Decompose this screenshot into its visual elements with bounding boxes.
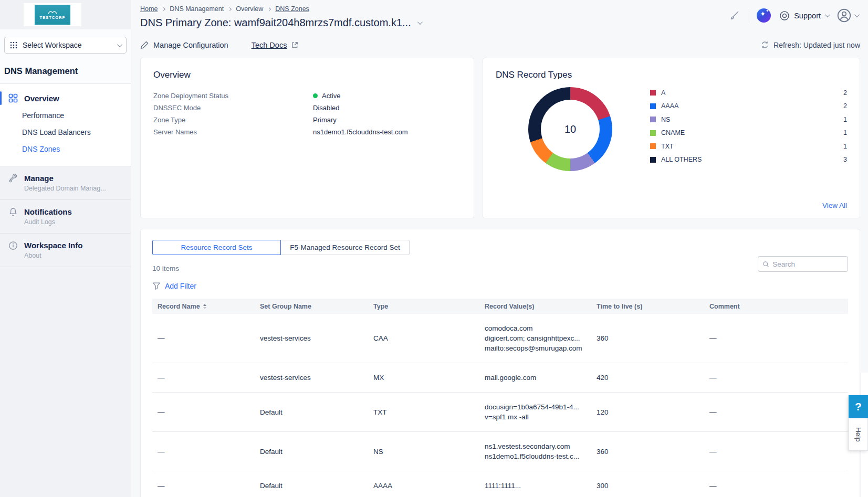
sidebar-item-workspace-info[interactable]: Workspace Info About: [0, 233, 131, 267]
overview-row-value-text: Primary: [313, 116, 337, 124]
comment-cell: —: [704, 471, 848, 497]
sidebar-item-sub: Delegated Domain Manag...: [24, 185, 106, 192]
breadcrumb-item[interactable]: DNS Management: [170, 5, 224, 13]
overview-rows: Zone Deployment StatusActiveDNSSEC ModeD…: [153, 90, 461, 138]
view-all-link[interactable]: View All: [822, 202, 847, 209]
tech-docs-link[interactable]: Tech Docs: [252, 41, 299, 49]
column-header[interactable]: Comment: [704, 303, 848, 310]
donut-chart[interactable]: 10: [528, 87, 612, 171]
column-header[interactable]: Set Group Name: [255, 303, 368, 310]
overview-row-label: Server Names: [153, 128, 313, 136]
table-row[interactable]: —DefaultNSns1.vestest.secondary.comns1de…: [152, 432, 848, 471]
manage-configuration-button[interactable]: Manage Configuration: [140, 40, 228, 49]
sidebar-item-overview[interactable]: Overview: [0, 89, 131, 107]
tab-f5-managed-resource-record-set[interactable]: F5-Managed Resource Record Set: [281, 240, 410, 255]
overview-row-label: DNSSEC Mode: [153, 104, 313, 112]
title-chevron-down-icon[interactable]: [417, 19, 423, 25]
help-question-button[interactable]: ?: [849, 395, 868, 418]
tech-docs-label: Tech Docs: [252, 41, 287, 49]
table-row[interactable]: —vestest-servicesMXmail.google.com420—: [152, 363, 848, 393]
overview-grid-icon: [8, 93, 18, 103]
type-cell: CAA: [368, 324, 479, 353]
overview-row-value-text: Disabled: [313, 104, 340, 112]
overview-row-label: Zone Deployment Status: [153, 92, 313, 100]
column-header[interactable]: Record Value(s): [479, 303, 591, 310]
sidebar-item-dns-load-balancers[interactable]: DNS Load Balancers: [0, 124, 131, 141]
support-menu[interactable]: Support: [779, 10, 829, 21]
table-row[interactable]: —vestest-servicesCAAcomodoca.comdigicert…: [152, 314, 848, 363]
sidebar: TESTCORP Select Workspace DNS Management: [0, 0, 131, 497]
type-cell: AAAA: [368, 471, 479, 497]
legend-swatch: [650, 90, 656, 96]
table-body: —vestest-servicesCAAcomodoca.comdigicert…: [152, 314, 848, 497]
sidebar-item-performance[interactable]: Performance: [0, 107, 131, 124]
page-title-row: DNS Primary Zone: wamf9ait204h8mrzs7mdf.…: [140, 17, 421, 29]
record-value-line: ns1demo1.f5clouddns-test.c...: [485, 451, 589, 461]
breadcrumb: HomeDNS ManagementOverviewDNS Zones: [140, 4, 421, 13]
paintbrush-icon[interactable]: [729, 10, 739, 21]
sidebar-item-notifications[interactable]: Notifications Audit Logs: [0, 199, 131, 233]
column-header[interactable]: Type: [368, 303, 479, 310]
table-row[interactable]: —DefaultTXTdocusign=1b0a6754-49b1-4...v=…: [152, 393, 848, 432]
legend-count: 2: [843, 102, 847, 110]
sidebar-item-sub: About: [24, 252, 82, 259]
tab-resource-record-sets[interactable]: Resource Record Sets: [152, 240, 281, 255]
records-table: Record NameSet Group NameTypeRecord Valu…: [152, 299, 848, 497]
dns-record-types-card: DNS Record Types 10 A2AAAA2NS1CNAME1TXT1…: [483, 58, 860, 218]
add-filter-label: Add Filter: [165, 282, 196, 290]
legend-label: CNAME: [661, 129, 843, 136]
help-tab[interactable]: Help: [849, 418, 868, 451]
filter-funnel-icon: [152, 282, 161, 290]
record-value-line: ns1.vestest.secondary.com: [485, 441, 589, 451]
legend-count: 3: [843, 156, 847, 163]
set-group-cell: vestest-services: [255, 324, 368, 353]
active-indicator-bar: [0, 91, 2, 105]
account-menu[interactable]: [837, 8, 858, 23]
overview-card: Overview Zone Deployment StatusActiveDNS…: [140, 58, 474, 218]
sidebar-group-overview: Overview PerformanceDNS Load BalancersDN…: [0, 83, 131, 166]
refresh-icon: [760, 40, 769, 49]
legend-row[interactable]: ALL OTHERS3: [650, 153, 847, 167]
ttl-cell: 120: [591, 398, 704, 427]
sort-icon[interactable]: [203, 304, 206, 309]
sidebar-item-manage[interactable]: Manage Delegated Domain Manag...: [0, 166, 131, 199]
external-link-icon: [291, 41, 299, 49]
breadcrumb-item[interactable]: DNS Zones: [275, 5, 309, 13]
wings-icon: [47, 10, 58, 15]
refresh-label: Refresh: Updated just now: [773, 41, 860, 49]
help-widget: ? Help: [849, 395, 868, 451]
comment-cell: —: [704, 324, 848, 353]
column-header[interactable]: Time to live (s): [591, 303, 704, 310]
legend-label: ALL OTHERS: [661, 156, 843, 163]
set-group-cell: vestest-services: [255, 363, 368, 392]
legend-row[interactable]: NS1: [650, 113, 847, 126]
ai-assistant-icon[interactable]: ✦✦: [757, 8, 771, 23]
sidebar-item-dns-zones[interactable]: DNS Zones: [0, 141, 131, 157]
set-group-cell: Default: [255, 398, 368, 427]
sidebar-filler: [0, 267, 131, 497]
legend-row[interactable]: AAAA2: [650, 100, 847, 113]
legend-row[interactable]: TXT1: [650, 140, 847, 153]
pencil-icon: [140, 40, 149, 49]
breadcrumb-item[interactable]: Overview: [236, 5, 263, 13]
logo-teal-box: TESTCORP: [35, 5, 70, 25]
breadcrumb-separator-icon: [267, 7, 271, 10]
add-filter-button[interactable]: Add Filter: [152, 282, 196, 290]
comment-cell: —: [704, 398, 848, 427]
legend-row[interactable]: A2: [650, 86, 847, 100]
breadcrumb-separator-icon: [162, 7, 165, 10]
sidebar-title: DNS Management: [0, 54, 131, 83]
search-icon: [762, 260, 769, 268]
column-header[interactable]: Record Name: [152, 303, 255, 310]
legend-row[interactable]: CNAME1: [650, 126, 847, 140]
breadcrumb-item[interactable]: Home: [140, 5, 158, 13]
workspace-selector[interactable]: Select Workspace: [4, 37, 127, 54]
table-row[interactable]: —DefaultAAAA1111:1111...300—: [152, 471, 848, 497]
search-input[interactable]: [772, 260, 843, 268]
sidebar-item-label: Workspace Info: [24, 241, 82, 250]
avatar-icon: [837, 8, 851, 23]
record-value-line: docusign=1b0a6754-49b1-4...: [485, 402, 589, 412]
refresh-button[interactable]: Refresh: Updated just now: [760, 40, 860, 49]
overview-row-value-text: ns1demo1.f5clouddns-test.com: [313, 128, 408, 136]
logo[interactable]: TESTCORP: [24, 3, 81, 26]
